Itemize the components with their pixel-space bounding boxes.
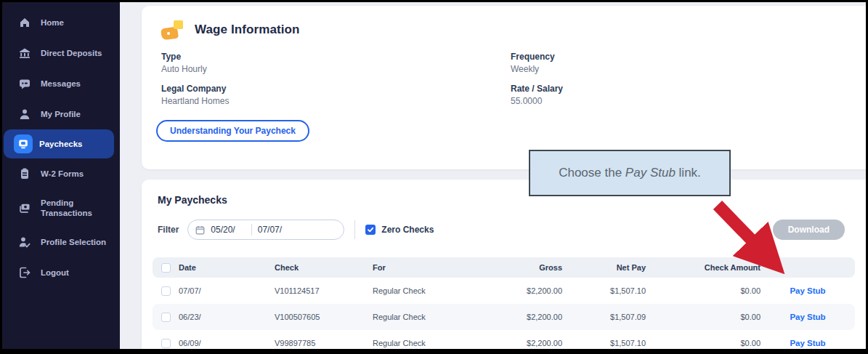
main-content: Wage Information Type Auto Hourly Freque… (120, 2, 866, 349)
download-button[interactable]: Download (773, 220, 845, 240)
wage-field-type: Type Auto Hourly (161, 52, 511, 74)
header-check: Check (275, 263, 373, 272)
header-check-amount: Check Amount (646, 263, 760, 272)
logout-icon (15, 263, 34, 282)
filter-row: Filter 05/20/ 07/07/ Zero Checks Downloa… (158, 220, 855, 240)
wage-information-card: Wage Information Type Auto Hourly Freque… (142, 6, 866, 169)
row-checkbox[interactable] (161, 339, 171, 348)
sidebar-item-label: Profile Selection (41, 237, 113, 247)
sidebar-item-logout[interactable]: Logout (2, 257, 120, 288)
cell-check-amount: $0.00 (646, 339, 760, 347)
table-row: 06/23/ V100507605 Regular Check $2,200.0… (153, 304, 855, 330)
pay-stub-link[interactable]: Pay Stub (790, 286, 825, 295)
wage-information-title: Wage Information (195, 23, 300, 37)
sidebar-item-label: My Profile (41, 109, 113, 119)
cell-for: Regular Check (373, 313, 468, 321)
sidebar-item-label: Direct Deposits (41, 48, 113, 58)
bank-icon (15, 44, 34, 63)
transactions-icon (15, 198, 34, 217)
wage-field-frequency: Frequency Weekly (511, 52, 866, 74)
clipboard-icon (15, 164, 34, 183)
instruction-tooltip: Choose the Pay Stub link. (529, 150, 731, 196)
sidebar-item-label: W-2 Forms (41, 169, 113, 179)
sidebar-item-messages[interactable]: Messages (2, 68, 120, 99)
cell-check: V101124517 (275, 286, 373, 295)
home-icon (15, 13, 34, 32)
sidebar-item-label: Logout (41, 267, 113, 278)
sidebar: Home Direct Deposits Messages My Profile… (2, 2, 120, 349)
date-from-value[interactable]: 05/20/ (211, 225, 235, 235)
person-icon (15, 105, 34, 124)
tooltip-text: Choose the Pay Stub link. (559, 166, 701, 180)
cell-check: V99897785 (275, 339, 373, 347)
sidebar-item-paychecks[interactable]: Paychecks (4, 129, 114, 158)
sidebar-item-pending-transactions[interactable]: Pending Transactions (2, 189, 120, 227)
cell-check: V100507605 (275, 313, 373, 321)
field-label: Frequency (511, 52, 866, 62)
cell-for: Regular Check (373, 286, 468, 295)
cell-check-amount: $0.00 (646, 286, 760, 295)
person-check-icon (15, 233, 34, 252)
zero-checks-checkbox[interactable] (365, 225, 376, 235)
field-value: Auto Hourly (161, 64, 511, 74)
cell-gross: $2,200.00 (468, 339, 562, 347)
sidebar-item-label: Paychecks (39, 139, 112, 149)
table-row: 07/07/ V101124517 Regular Check $2,200.0… (153, 278, 855, 304)
wage-money-hand-icon (161, 20, 184, 39)
filter-divider (354, 220, 355, 239)
cell-net-pay: $1,507.09 (562, 313, 646, 321)
calendar-icon (195, 225, 205, 235)
header-gross: Gross (468, 263, 562, 272)
sidebar-item-profile-selection[interactable]: Profile Selection (2, 227, 120, 257)
header-date: Date (179, 263, 275, 272)
sidebar-item-label: Messages (41, 79, 113, 89)
date-range-input[interactable]: 05/20/ 07/07/ (187, 220, 344, 240)
my-paychecks-title: My Paychecks (158, 194, 855, 206)
header-net-pay: Net Pay (562, 263, 646, 272)
field-value: 55.0000 (511, 96, 866, 106)
field-label: Rate / Salary (511, 84, 866, 94)
cell-net-pay: $1,507.10 (562, 339, 646, 347)
app-window: Home Direct Deposits Messages My Profile… (0, 0, 868, 354)
understanding-paycheck-button[interactable]: Understanding Your Paycheck (156, 120, 309, 142)
field-label: Type (161, 52, 511, 62)
chat-icon (15, 74, 34, 93)
sidebar-item-direct-deposits[interactable]: Direct Deposits (2, 38, 120, 68)
date-to-value[interactable]: 07/07/ (258, 225, 282, 235)
pay-stub-link[interactable]: Pay Stub (790, 313, 825, 321)
paycheck-icon (14, 134, 33, 153)
table-header-row: Date Check For Gross Net Pay Check Amoun… (153, 257, 855, 278)
paychecks-table: Date Check For Gross Net Pay Check Amoun… (153, 257, 855, 354)
table-row: 06/09/ V99897785 Regular Check $2,200.00… (153, 330, 855, 354)
wage-field-rate-salary: Rate / Salary 55.0000 (511, 84, 866, 106)
select-all-checkbox[interactable] (161, 263, 171, 273)
sidebar-item-label: Pending Transactions (41, 198, 113, 219)
pay-stub-link[interactable]: Pay Stub (790, 339, 825, 347)
wage-field-legal-company: Legal Company Heartland Homes (161, 84, 511, 106)
date-input-divider (251, 224, 252, 236)
sidebar-item-home[interactable]: Home (2, 7, 120, 38)
sidebar-item-label: Home (41, 17, 113, 28)
sidebar-item-w2-forms[interactable]: W-2 Forms (2, 158, 120, 189)
field-label: Legal Company (161, 84, 511, 94)
cell-date: 07/07/ (179, 286, 275, 295)
filter-label: Filter (158, 225, 179, 235)
field-value: Heartland Homes (161, 96, 511, 106)
header-for: For (373, 263, 468, 272)
cell-for: Regular Check (373, 339, 468, 347)
cell-net-pay: $1,507.10 (562, 286, 646, 295)
field-value: Weekly (511, 64, 866, 74)
cell-date: 06/23/ (179, 313, 275, 321)
sidebar-item-my-profile[interactable]: My Profile (2, 99, 120, 129)
row-checkbox[interactable] (161, 313, 171, 322)
cell-check-amount: $0.00 (646, 313, 760, 321)
cell-gross: $2,200.00 (468, 313, 562, 321)
zero-checks-label: Zero Checks (381, 225, 434, 235)
cell-gross: $2,200.00 (468, 286, 562, 295)
row-checkbox[interactable] (161, 286, 171, 296)
cell-date: 06/09/ (179, 339, 275, 347)
my-paychecks-card: My Paychecks Filter 05/20/ 07/07/ Zero C… (142, 180, 866, 354)
